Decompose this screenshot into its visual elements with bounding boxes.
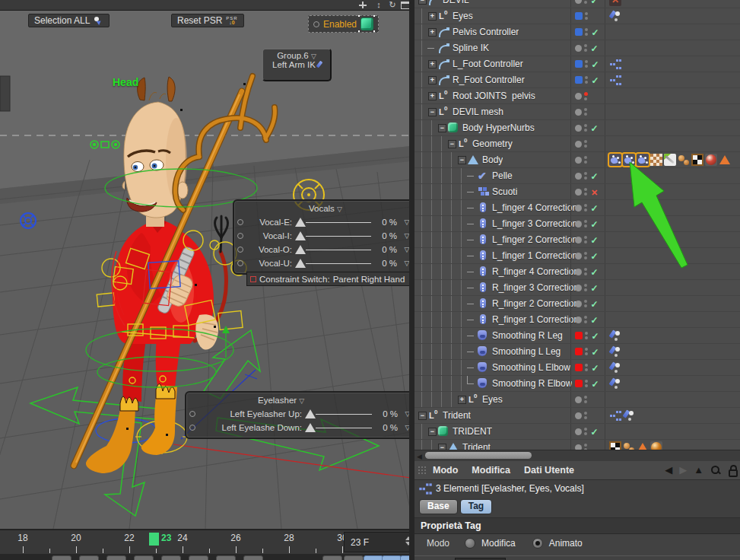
layer-dot[interactable] [575, 317, 582, 323]
expander[interactable] [467, 328, 477, 343]
enable-state[interactable] [589, 313, 599, 326]
visibility-dots[interactable] [584, 284, 587, 291]
constraint-tag[interactable] [609, 409, 621, 422]
expander[interactable] [447, 136, 457, 151]
transport-button[interactable] [106, 555, 126, 560]
tree-row[interactable]: Geometry [414, 136, 740, 152]
horizontal-scrollbar[interactable]: ◀ [414, 450, 740, 462]
visibility-dots[interactable] [584, 44, 587, 52]
visibility-dots[interactable] [584, 108, 587, 116]
expander[interactable] [467, 200, 477, 215]
expander[interactable] [427, 72, 437, 88]
layer-dot[interactable] [575, 364, 583, 371]
menu-item[interactable]: Dati Utente [524, 465, 574, 476]
enable-state[interactable] [589, 297, 599, 310]
visibility-dots[interactable] [584, 156, 587, 164]
visibility-dots[interactable] [584, 188, 587, 196]
scroll-left-icon[interactable]: ◀ [417, 453, 422, 460]
slider-thumb[interactable] [295, 218, 306, 227]
selection-tag[interactable] [678, 154, 690, 166]
tree-row[interactable]: L_finger 1 Correction [414, 248, 740, 264]
transport-button-active[interactable] [364, 555, 383, 560]
texture-tag[interactable] [609, 441, 621, 450]
object-manager[interactable]: DEVIL Eyes Pelvis Controller [414, 0, 740, 450]
visibility-dots[interactable] [584, 444, 587, 450]
layer-dot[interactable] [575, 380, 583, 387]
visibility-dots[interactable] [585, 28, 588, 36]
layer-dot[interactable] [575, 93, 582, 100]
visibility-dots[interactable] [585, 348, 588, 355]
visibility-dots[interactable] [584, 428, 587, 435]
vocals-title[interactable]: Vocals ▽ [237, 203, 411, 215]
slider-track[interactable] [306, 236, 371, 237]
tree-row[interactable]: Trident [414, 440, 740, 450]
tree-row[interactable]: Scuoti [414, 184, 740, 200]
rotate-icon[interactable]: ↻ [386, 0, 399, 10]
layer-dot[interactable] [575, 285, 582, 291]
visibility-dots[interactable] [584, 140, 587, 148]
expander[interactable] [467, 248, 477, 263]
visibility-dots[interactable] [585, 60, 588, 68]
expander[interactable] [437, 120, 447, 135]
visibility-dots[interactable] [584, 412, 587, 419]
tree-row[interactable]: TRIDENT [414, 424, 740, 440]
tree-row[interactable]: Body [414, 152, 740, 168]
transport-button-active[interactable] [382, 555, 402, 560]
expander[interactable] [427, 104, 437, 119]
layer-dot[interactable] [575, 157, 582, 164]
slider-track[interactable] [306, 250, 371, 250]
enable-state[interactable] [590, 329, 600, 342]
layer-dot[interactable] [575, 221, 582, 228]
tree-row[interactable]: R_finger 4 Correction [414, 264, 740, 280]
expander[interactable] [467, 376, 477, 391]
vocals-hud-panel[interactable]: Vocals ▽ Vocal-E: 0 % Vocal-I: 0 % Vocal… [233, 199, 411, 275]
expander[interactable] [418, 0, 427, 8]
visibility-dots[interactable] [584, 252, 587, 259]
tree-row[interactable]: L_finger 2 Correction [414, 232, 740, 248]
transport-button[interactable] [216, 555, 236, 560]
transport-button[interactable] [134, 555, 154, 560]
expander[interactable] [467, 184, 477, 199]
enable-state[interactable] [590, 361, 600, 374]
constraint-checkbox[interactable] [250, 276, 256, 282]
tree-row[interactable]: L_finger 3 Correction [414, 216, 740, 232]
tree-row[interactable]: Smoothing R Leg [414, 328, 740, 344]
layer-dot[interactable] [575, 109, 582, 116]
expander[interactable] [467, 264, 477, 279]
selection-tag[interactable] [623, 441, 635, 450]
visibility-dots[interactable] [585, 332, 588, 339]
visibility-dots[interactable] [584, 220, 587, 228]
layer-dot[interactable] [575, 205, 582, 212]
expander[interactable] [467, 232, 477, 247]
ik-tag[interactable] [609, 377, 621, 390]
visibility-dots[interactable] [584, 300, 587, 307]
tree-row[interactable]: R_finger 3 Correction [414, 280, 740, 296]
enable-state[interactable] [589, 169, 599, 183]
layer-dot[interactable] [575, 141, 582, 148]
panel-grip-icon[interactable] [418, 466, 427, 474]
slider-thumb[interactable] [295, 245, 306, 254]
hud-slider-row[interactable]: Vocal-E: 0 % [237, 215, 411, 229]
visibility-dots[interactable] [585, 364, 588, 371]
enable-state[interactable] [589, 233, 599, 247]
layer-dot[interactable] [575, 0, 582, 4]
slider-thumb[interactable] [295, 259, 306, 268]
transport-button[interactable] [161, 555, 181, 560]
tree-row[interactable]: Eyes [414, 392, 740, 408]
layer-dot[interactable] [575, 253, 582, 259]
visibility-dots[interactable] [584, 92, 588, 100]
enabled-toggle[interactable]: Enabled [308, 15, 379, 33]
visibility-dots[interactable] [584, 268, 587, 275]
expander[interactable] [427, 424, 437, 439]
layer-dot[interactable] [575, 332, 583, 339]
search-icon[interactable] [710, 465, 721, 476]
expander[interactable] [418, 408, 427, 423]
tree-row[interactable]: DEVIL mesh [414, 104, 740, 120]
slider-track[interactable] [316, 414, 372, 415]
visibility-dots[interactable] [584, 236, 587, 243]
keyframe-circle[interactable] [189, 425, 195, 431]
tree-row[interactable]: DEVIL [414, 0, 740, 8]
tab-base[interactable]: Base [419, 499, 458, 514]
keyframe-circle[interactable] [237, 219, 243, 225]
hud-slider-row[interactable]: Vocal-U: 0 % [237, 256, 411, 270]
